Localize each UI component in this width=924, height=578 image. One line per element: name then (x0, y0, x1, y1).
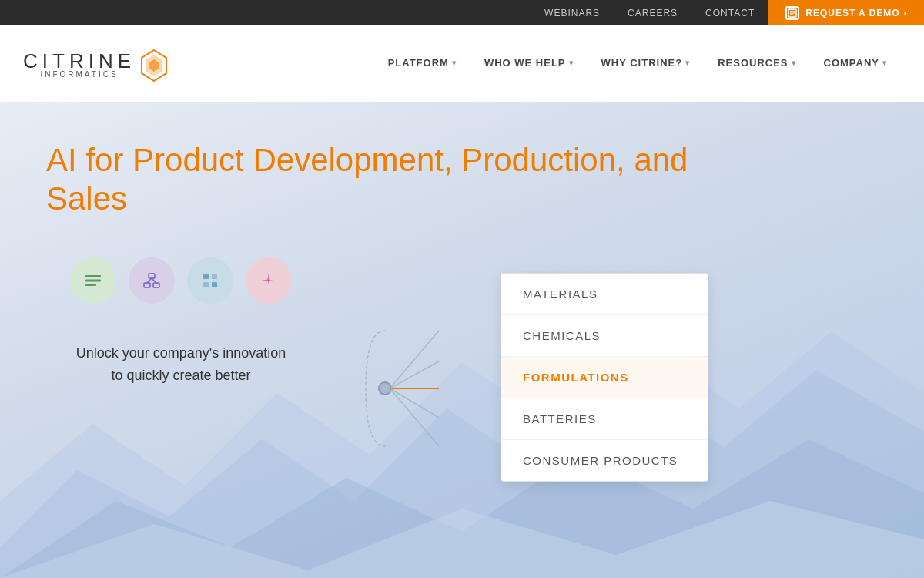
menu-formulations[interactable]: FORMULATIONS (501, 357, 708, 398)
logo-name: CITRINE (23, 49, 136, 72)
network-icon (129, 257, 175, 304)
demo-button-label: REQUEST A DEMO › (805, 8, 907, 18)
hero-left: Unlock your company's innovation to quic… (46, 257, 316, 387)
svg-rect-11 (85, 275, 101, 277)
webinars-link[interactable]: WEBINARS (531, 8, 614, 18)
svg-rect-12 (85, 279, 101, 281)
menu-materials[interactable]: MATERIALS (501, 274, 708, 315)
feature-icons (70, 257, 292, 304)
grid-icon (187, 257, 233, 304)
demo-icon (785, 6, 799, 20)
sparkle-icon (246, 257, 292, 304)
request-demo-button[interactable]: REQUEST A DEMO › (768, 0, 924, 25)
svg-rect-22 (212, 282, 217, 287)
hero-content: Unlock your company's innovation to quic… (46, 257, 878, 482)
svg-rect-20 (212, 274, 217, 279)
svg-line-18 (152, 278, 156, 283)
logo-text-area: CITRINE INFORMATICS (23, 49, 136, 79)
top-bar-links: WEBINARS CAREERS CONTACT REQUEST A DEMO … (531, 0, 924, 25)
contact-link[interactable]: CONTACT (691, 8, 768, 18)
connector-diagram (362, 304, 454, 473)
who-we-help-chevron: ▾ (569, 59, 574, 67)
nav-platform[interactable]: PLATFORM ▾ (374, 25, 470, 102)
menu-batteries[interactable]: BATTERIES (501, 398, 708, 440)
svg-line-17 (147, 278, 152, 283)
svg-line-24 (391, 331, 439, 387)
data-icon (70, 257, 116, 304)
svg-rect-21 (203, 282, 209, 287)
svg-rect-16 (153, 283, 159, 287)
main-navigation: CITRINE INFORMATICS PLATFORM ▾ WHO WE HE… (0, 25, 924, 102)
menu-chemicals[interactable]: CHEMICALS (501, 315, 708, 357)
svg-rect-13 (85, 284, 96, 286)
platform-chevron: ▾ (452, 59, 457, 67)
svg-rect-19 (203, 274, 209, 279)
nav-who-we-help[interactable]: WHO WE HELP ▾ (470, 25, 588, 102)
svg-line-28 (391, 390, 439, 446)
svg-rect-14 (149, 274, 155, 278)
logo-icon (140, 49, 168, 79)
nav-links: PLATFORM ▾ WHO WE HELP ▾ WHY CITRINE? ▾ … (374, 25, 901, 102)
why-citrine-chevron: ▾ (685, 59, 690, 67)
nav-company[interactable]: COMPANY ▾ (810, 25, 901, 102)
menu-consumer-products[interactable]: CONSUMER PRODUCTS (501, 440, 708, 481)
top-bar: WEBINARS CAREERS CONTACT REQUEST A DEMO … (0, 0, 924, 25)
resources-chevron: ▾ (792, 59, 796, 67)
nav-resources[interactable]: RESOURCES ▾ (704, 25, 809, 102)
connector-svg (362, 304, 454, 473)
svg-line-27 (391, 389, 439, 418)
hero-section: AI for Product Development, Production, … (0, 102, 924, 578)
svg-rect-15 (144, 283, 150, 287)
hero-tagline: Unlock your company's innovation to quic… (76, 342, 286, 387)
careers-link[interactable]: CAREERS (614, 8, 691, 18)
svg-point-23 (379, 382, 391, 395)
nav-why-citrine[interactable]: WHY CITRINE? ▾ (588, 25, 705, 102)
logo[interactable]: CITRINE INFORMATICS (23, 49, 168, 79)
company-chevron: ▾ (882, 59, 887, 67)
hero-title: AI for Product Development, Production, … (46, 141, 739, 219)
category-menu: MATERIALS CHEMICALS FORMULATIONS BATTERI… (500, 273, 708, 482)
svg-line-25 (391, 361, 439, 388)
